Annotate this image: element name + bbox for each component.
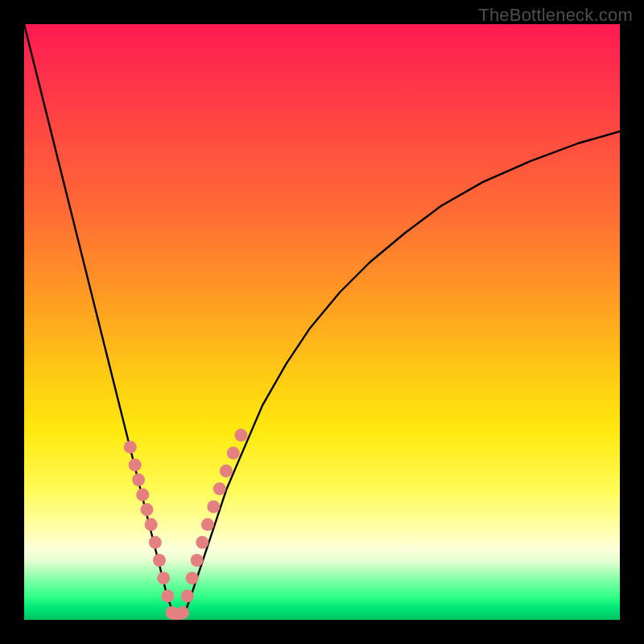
data-marker [136, 489, 149, 502]
data-marker [201, 518, 214, 531]
curve-group [24, 24, 620, 615]
data-marker [220, 464, 233, 477]
data-marker [129, 459, 142, 472]
data-marker [196, 536, 208, 549]
data-marker [227, 447, 240, 460]
data-marker [153, 554, 166, 567]
data-marker [157, 572, 170, 584]
data-marker [191, 554, 204, 567]
data-marker [145, 518, 158, 531]
outer-frame: TheBottleneck.com [0, 0, 644, 644]
curve-svg [24, 24, 620, 620]
data-marker [181, 589, 194, 602]
watermark-text: TheBottleneck.com [478, 5, 633, 26]
data-marker [213, 482, 226, 495]
markers-group [124, 429, 248, 620]
data-marker [234, 429, 247, 442]
data-marker [207, 500, 220, 513]
bottleneck-curve-path [24, 24, 620, 615]
data-marker [176, 606, 189, 619]
data-marker [186, 572, 199, 584]
data-marker [132, 473, 145, 486]
data-marker [140, 503, 153, 516]
data-marker [149, 536, 162, 549]
data-marker [161, 589, 174, 602]
plot-area [24, 24, 620, 620]
data-marker [124, 440, 137, 453]
